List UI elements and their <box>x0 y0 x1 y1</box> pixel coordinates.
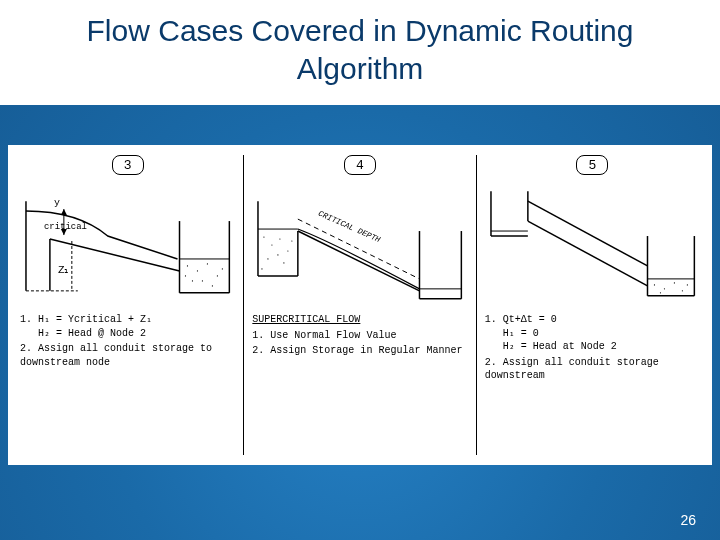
note-text: Qt+Δt = 0 <box>503 314 557 325</box>
case-3-notes: 1. H₁ = Ycritical + Z₁ H₂ = Head @ Node … <box>18 311 237 373</box>
svg-line-44 <box>528 221 648 286</box>
svg-point-26 <box>272 244 273 245</box>
note-num: 2. <box>485 357 497 368</box>
case-4: 4 <box>244 155 476 455</box>
svg-point-12 <box>212 285 213 286</box>
note-num: 1. <box>485 314 497 325</box>
svg-point-9 <box>207 263 208 264</box>
svg-point-33 <box>278 254 279 255</box>
svg-point-13 <box>222 268 223 269</box>
slide-title: Flow Cases Covered in Dynamic Routing Al… <box>40 12 680 87</box>
svg-point-52 <box>681 290 682 291</box>
critical-depth-label: CRITICAL DEPTH <box>317 209 382 245</box>
z1-label: Z₁ <box>58 264 69 276</box>
svg-point-15 <box>202 280 203 281</box>
case-number-4: 4 <box>344 155 376 175</box>
page-number: 26 <box>680 512 696 528</box>
case-4-notes: SUPERCRITICAL FLOW 1. Use Normal Flow Va… <box>250 311 469 362</box>
svg-point-53 <box>660 292 661 293</box>
svg-point-32 <box>262 268 263 269</box>
note-num: 1. <box>252 330 264 341</box>
svg-point-54 <box>686 284 687 285</box>
note-sub: H₁ = 0 H₂ = Head at Node 2 <box>485 327 700 354</box>
svg-point-30 <box>284 262 285 263</box>
case-number-3: 3 <box>112 155 144 175</box>
svg-point-28 <box>288 250 289 251</box>
note-text: Assign Storage in Regular Manner <box>270 345 462 356</box>
case-4-sketch: CRITICAL DEPTH <box>250 181 469 311</box>
svg-line-34 <box>298 231 420 291</box>
critical-label: critical <box>44 222 87 232</box>
note-num: 1. <box>20 314 32 325</box>
note-text: H₁ = Ycritical + Z₁ <box>38 314 152 325</box>
case-5: 5 <box>477 155 708 455</box>
svg-point-31 <box>292 240 293 241</box>
note-text: Use Normal Flow Value <box>270 330 396 341</box>
svg-point-7 <box>187 265 188 266</box>
svg-point-51 <box>673 282 674 283</box>
case-3-sketch: y critical Z₁ <box>18 181 237 311</box>
note-sub: H₂ = Head @ Node 2 <box>20 327 235 341</box>
diagram-panel: 3 <box>8 145 712 465</box>
svg-line-2 <box>50 239 180 271</box>
svg-point-50 <box>664 288 665 289</box>
svg-point-29 <box>268 258 269 259</box>
note-text: Assign all conduit storage to downstream… <box>20 343 212 368</box>
case-5-sketch <box>483 181 702 311</box>
svg-point-10 <box>217 275 218 276</box>
svg-point-11 <box>192 280 193 281</box>
svg-point-25 <box>264 236 265 237</box>
case-number-5: 5 <box>576 155 608 175</box>
svg-marker-17 <box>61 209 67 215</box>
y-label: y <box>54 197 60 208</box>
note-text: Assign all conduit storage downstream <box>485 357 659 382</box>
note-num: 2. <box>20 343 32 354</box>
svg-point-8 <box>197 270 198 271</box>
svg-line-43 <box>528 201 648 266</box>
case-3: 3 <box>12 155 244 455</box>
notes-heading: SUPERCRITICAL FLOW <box>252 314 360 325</box>
case-5-notes: 1. Qt+Δt = 0 H₁ = 0 H₂ = Head at Node 2 … <box>483 311 702 387</box>
svg-point-49 <box>654 284 655 285</box>
svg-point-27 <box>280 238 281 239</box>
title-bar: Flow Cases Covered in Dynamic Routing Al… <box>0 0 720 105</box>
note-num: 2. <box>252 345 264 356</box>
svg-point-14 <box>185 275 186 276</box>
